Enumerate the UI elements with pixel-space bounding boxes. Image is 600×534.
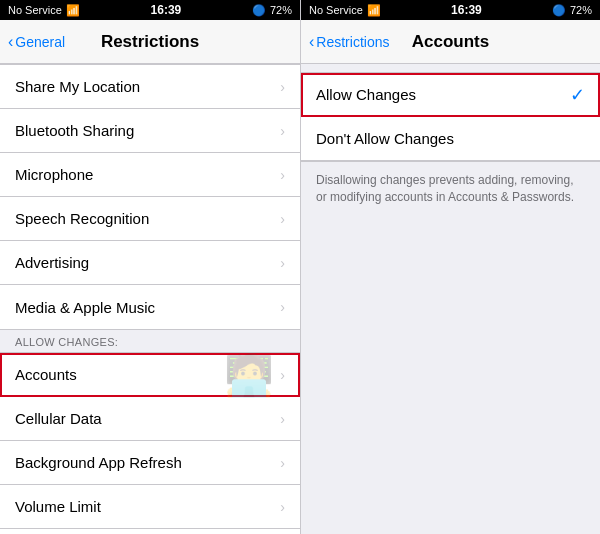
back-button-right[interactable]: ‹ Restrictions [309,34,389,50]
status-left: No Service 📶 [8,4,80,17]
status-bar-right: No Service 📶 16:39 🔵 72% [301,0,600,20]
chevron-icon: › [280,123,285,139]
list-item-accounts[interactable]: Accounts 🧑‍💻 › [0,353,300,397]
carrier-right: No Service [309,4,363,16]
option-label: Don't Allow Changes [316,130,454,147]
bluetooth-icon-right: 🔵 [552,4,566,17]
list-item-volume-limit[interactable]: Volume Limit › [0,485,300,529]
status-bar-left: No Service 📶 16:39 🔵 72% [0,0,300,20]
item-label: Media & Apple Music [15,299,155,316]
chevron-icon: › [280,367,285,383]
option-allow-changes[interactable]: Allow Changes ✓ [301,73,600,117]
status-left-right: No Service 📶 [309,4,381,17]
options-list: Allow Changes ✓ Don't Allow Changes [301,72,600,162]
item-label: Background App Refresh [15,454,182,471]
status-right-right: 🔵 72% [552,4,592,17]
nav-title-right: Accounts [412,32,489,52]
chevron-icon: › [280,167,285,183]
list-item-microphone[interactable]: Microphone › [0,153,300,197]
left-content: Share My Location › Bluetooth Sharing › … [0,64,300,534]
list-item-tv-provider[interactable]: TV Provider › [0,529,300,534]
battery-left: 72% [270,4,292,16]
list-item-media-music[interactable]: Media & Apple Music › [0,285,300,329]
back-chevron-left: ‹ [8,34,13,50]
wifi-icon: 📶 [66,4,80,17]
wifi-icon-right: 📶 [367,4,381,17]
item-label: Microphone [15,166,93,183]
right-panel: No Service 📶 16:39 🔵 72% ‹ Restrictions … [300,0,600,534]
item-label: Cellular Data [15,410,102,427]
item-label: Advertising [15,254,89,271]
list-item-background-refresh[interactable]: Background App Refresh › [0,441,300,485]
nav-bar-left: ‹ General Restrictions [0,20,300,64]
list-item-bluetooth-sharing[interactable]: Bluetooth Sharing › [0,109,300,153]
chevron-icon: › [280,79,285,95]
back-button-left[interactable]: ‹ General [8,34,65,50]
list-item-advertising[interactable]: Advertising › [0,241,300,285]
item-label: Speech Recognition [15,210,149,227]
chevron-icon: › [280,299,285,315]
options-section: Allow Changes ✓ Don't Allow Changes Disa… [301,72,600,216]
list-item-speech-recognition[interactable]: Speech Recognition › [0,197,300,241]
time-left: 16:39 [151,3,182,17]
list-item-share-location[interactable]: Share My Location › [0,65,300,109]
chevron-icon: › [280,411,285,427]
back-chevron-right: ‹ [309,34,314,50]
item-label: Bluetooth Sharing [15,122,134,139]
list-item-cellular-data[interactable]: Cellular Data › [0,397,300,441]
allow-changes-list: Accounts 🧑‍💻 › Cellular Data › Backgroun… [0,352,300,534]
time-right: 16:39 [451,3,482,17]
main-list-section: Share My Location › Bluetooth Sharing › … [0,64,300,330]
description-text: Disallowing changes prevents adding, rem… [301,162,600,216]
chevron-icon: › [280,455,285,471]
back-label-left: General [15,34,65,50]
chevron-icon: › [280,255,285,271]
chevron-icon: › [280,499,285,515]
option-label: Allow Changes [316,86,416,103]
allow-changes-header: ALLOW CHANGES: [0,330,300,352]
option-dont-allow-changes[interactable]: Don't Allow Changes [301,117,600,161]
item-label: Accounts [15,366,77,383]
item-label: Share My Location [15,78,140,95]
item-label: Volume Limit [15,498,101,515]
battery-right: 72% [570,4,592,16]
left-panel: No Service 📶 16:39 🔵 72% ‹ General Restr… [0,0,300,534]
bluetooth-icon-left: 🔵 [252,4,266,17]
status-right: 🔵 72% [252,4,292,17]
chevron-icon: › [280,211,285,227]
watermark-figure: 🧑‍💻 [224,355,274,395]
nav-bar-right: ‹ Restrictions Accounts [301,20,600,64]
nav-title-left: Restrictions [101,32,199,52]
back-label-right: Restrictions [316,34,389,50]
carrier-left: No Service [8,4,62,16]
checkmark-icon: ✓ [570,84,585,106]
